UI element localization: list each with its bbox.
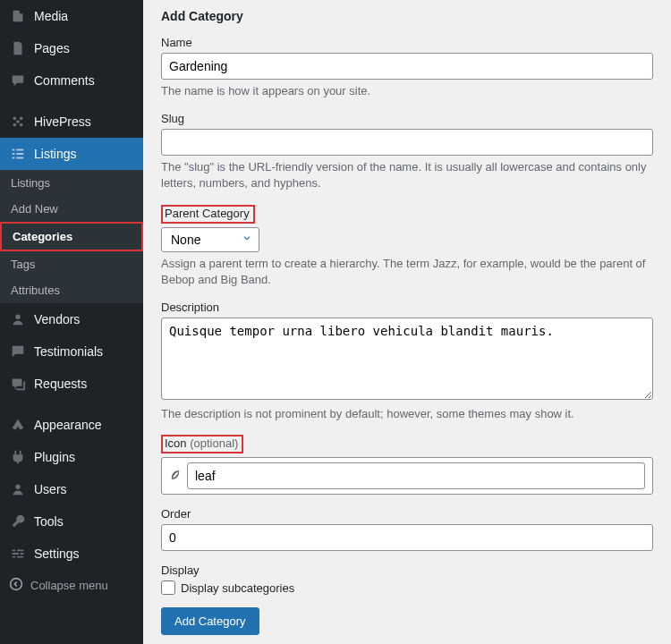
icon-label: Icon (165, 436, 190, 450)
sidebar-item-hivepress[interactable]: HivePress (0, 106, 143, 138)
slug-desc: The "slug" is the URL-friendly version o… (161, 159, 653, 191)
testimonials-icon (9, 343, 27, 360)
sidebar-label: Testimonials (34, 344, 103, 359)
sidebar-label: Appearance (34, 418, 102, 432)
svg-point-5 (15, 315, 20, 319)
pages-icon (9, 39, 27, 57)
admin-sidebar: Media Pages Comments HivePress Listings … (0, 0, 143, 644)
sidebar-item-pages[interactable]: Pages (0, 32, 143, 64)
description-textarea[interactable]: Quisque tempor urna libero vehicula blan… (161, 318, 653, 400)
sidebar-label: Requests (34, 377, 87, 391)
svg-point-7 (11, 579, 22, 590)
submenu-add-new[interactable]: Add New (0, 196, 143, 222)
order-input[interactable] (161, 524, 653, 551)
field-name: Name The name is how it appears on your … (161, 36, 653, 99)
sidebar-item-requests[interactable]: Requests (0, 368, 143, 400)
sidebar-label: Listings (34, 147, 76, 161)
sidebar-item-listings[interactable]: Listings (0, 138, 143, 170)
name-input[interactable] (161, 53, 653, 80)
settings-icon (9, 545, 27, 563)
tools-icon (9, 513, 27, 530)
field-slug: Slug The "slug" is the URL-friendly vers… (161, 112, 653, 191)
sidebar-label: Tools (34, 514, 64, 529)
page-title: Add Category (161, 9, 653, 23)
svg-point-0 (13, 117, 17, 121)
add-category-button[interactable]: Add Category (161, 607, 259, 635)
icon-label-highlight: Icon (optional) (161, 435, 243, 453)
submenu-listings[interactable]: Listings (0, 170, 143, 196)
svg-point-1 (20, 117, 23, 121)
field-display: Display Display subcategories (161, 564, 653, 595)
name-label: Name (161, 36, 653, 49)
main-content: Add Category Name The name is how it app… (143, 0, 671, 644)
svg-point-4 (16, 120, 20, 123)
field-description: Description Quisque tempor urna libero v… (161, 301, 653, 422)
icon-input-wrapper[interactable] (161, 457, 653, 495)
sidebar-item-plugins[interactable]: Plugins (0, 441, 143, 473)
media-icon (9, 7, 27, 25)
display-checkbox-label: Display subcategories (181, 581, 294, 595)
svg-point-3 (20, 123, 23, 127)
comments-icon (9, 72, 27, 89)
field-parent: Parent Category None Assign a parent ter… (161, 205, 653, 288)
sidebar-label: Pages (34, 41, 70, 55)
parent-desc: Assign a parent term to create a hierarc… (161, 256, 653, 288)
icon-input[interactable] (187, 462, 645, 489)
submenu-tags[interactable]: Tags (0, 251, 143, 277)
collapse-icon (9, 577, 23, 594)
display-label: Display (161, 564, 653, 577)
display-subcategories-checkbox[interactable] (161, 580, 175, 595)
listings-submenu: Listings Add New Categories Tags Attribu… (0, 170, 143, 303)
sidebar-label: Comments (34, 73, 95, 88)
svg-point-6 (15, 485, 20, 489)
parent-label-highlight: Parent Category (161, 205, 255, 224)
collapse-menu[interactable]: Collapse menu (0, 570, 143, 601)
svg-point-2 (13, 123, 17, 127)
sidebar-item-tools[interactable]: Tools (0, 505, 143, 538)
sidebar-item-appearance[interactable]: Appearance (0, 409, 143, 441)
listings-icon (9, 145, 27, 163)
requests-icon (9, 375, 27, 393)
hivepress-icon (9, 113, 27, 131)
sidebar-item-testimonials[interactable]: Testimonials (0, 335, 143, 368)
submenu-categories[interactable]: Categories (0, 222, 143, 251)
parent-label: Parent Category (165, 207, 250, 220)
sidebar-item-vendors[interactable]: Vendors (0, 303, 143, 335)
sidebar-item-settings[interactable]: Settings (0, 538, 143, 570)
sidebar-label: HivePress (34, 114, 91, 129)
slug-label: Slug (161, 112, 653, 125)
sidebar-label: Settings (34, 547, 80, 561)
name-desc: The name is how it appears on your site. (161, 83, 653, 99)
sidebar-label: Vendors (34, 312, 80, 326)
icon-optional: (optional) (190, 436, 238, 450)
vendors-icon (9, 310, 27, 328)
parent-select[interactable]: None (161, 227, 259, 252)
sidebar-item-comments[interactable]: Comments (0, 64, 143, 97)
field-order: Order (161, 507, 653, 551)
order-label: Order (161, 507, 653, 521)
sidebar-label: Media (34, 9, 68, 23)
slug-input[interactable] (161, 129, 653, 156)
users-icon (9, 480, 27, 498)
sidebar-label: Users (34, 482, 67, 496)
sidebar-item-media[interactable]: Media (0, 0, 143, 32)
appearance-icon (9, 416, 27, 434)
sidebar-label: Plugins (34, 450, 75, 464)
description-desc: The description is not prominent by defa… (161, 406, 653, 422)
field-icon: Icon (optional) (161, 435, 653, 495)
description-label: Description (161, 301, 653, 314)
leaf-icon (169, 469, 182, 484)
submenu-attributes[interactable]: Attributes (0, 277, 143, 303)
plugins-icon (9, 448, 27, 466)
sidebar-item-users[interactable]: Users (0, 473, 143, 505)
collapse-label: Collapse menu (30, 579, 108, 592)
